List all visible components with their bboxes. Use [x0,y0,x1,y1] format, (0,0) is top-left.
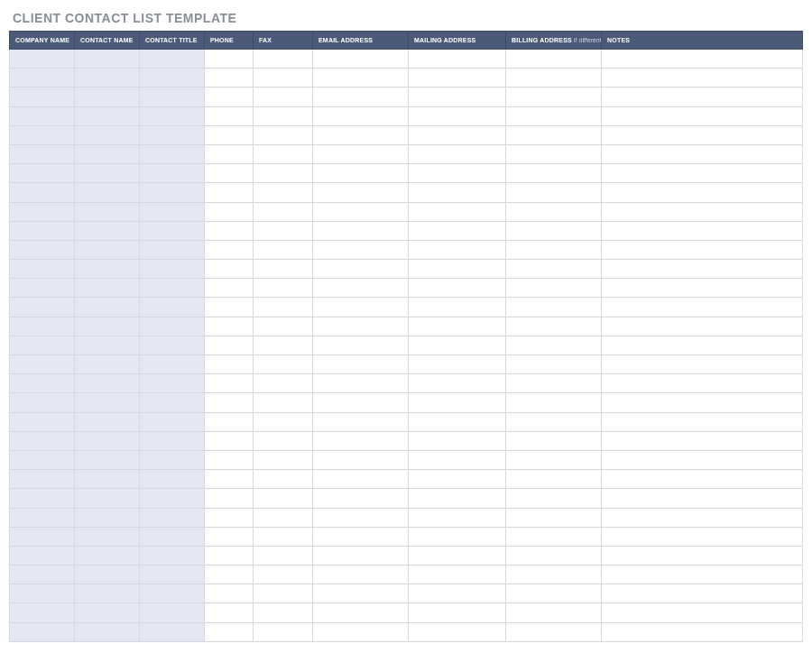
table-cell[interactable] [140,393,205,412]
table-cell[interactable] [254,260,313,279]
table-cell[interactable] [205,450,254,469]
table-cell[interactable] [10,279,75,298]
table-cell[interactable] [409,412,506,431]
table-cell[interactable] [75,183,140,202]
table-cell[interactable] [254,546,313,565]
table-cell[interactable] [409,260,506,279]
table-cell[interactable] [506,260,602,279]
table-cell[interactable] [409,603,506,622]
table-cell[interactable] [254,412,313,431]
table-cell[interactable] [10,69,75,87]
table-cell[interactable] [313,298,409,317]
table-cell[interactable] [506,412,602,431]
table-cell[interactable] [602,622,803,641]
table-cell[interactable] [205,125,254,144]
table-cell[interactable] [75,317,140,336]
table-cell[interactable] [254,164,313,183]
table-cell[interactable] [140,125,205,144]
table-cell[interactable] [409,240,506,259]
table-cell[interactable] [205,622,254,641]
table-cell[interactable] [602,450,803,469]
table-cell[interactable] [506,164,602,183]
table-cell[interactable] [140,317,205,336]
table-cell[interactable] [10,566,75,584]
table-cell[interactable] [602,144,803,163]
table-cell[interactable] [602,240,803,259]
table-cell[interactable] [506,298,602,317]
table-cell[interactable] [506,431,602,450]
table-cell[interactable] [205,164,254,183]
table-cell[interactable] [313,584,409,603]
table-cell[interactable] [140,298,205,317]
table-cell[interactable] [75,508,140,527]
table-cell[interactable] [205,221,254,240]
table-cell[interactable] [10,125,75,144]
table-cell[interactable] [140,336,205,354]
table-cell[interactable] [506,450,602,469]
table-cell[interactable] [205,183,254,202]
table-cell[interactable] [254,317,313,336]
table-cell[interactable] [409,336,506,354]
table-cell[interactable] [205,87,254,106]
table-cell[interactable] [254,50,313,69]
table-cell[interactable] [409,489,506,508]
table-cell[interactable] [254,221,313,240]
table-cell[interactable] [140,508,205,527]
table-cell[interactable] [10,622,75,641]
table-cell[interactable] [75,106,140,125]
table-cell[interactable] [254,202,313,221]
table-cell[interactable] [254,87,313,106]
table-cell[interactable] [205,566,254,584]
table-cell[interactable] [140,202,205,221]
table-cell[interactable] [506,279,602,298]
table-cell[interactable] [254,508,313,527]
table-cell[interactable] [75,125,140,144]
table-cell[interactable] [10,50,75,69]
table-cell[interactable] [602,603,803,622]
table-cell[interactable] [75,164,140,183]
table-cell[interactable] [602,546,803,565]
table-cell[interactable] [140,260,205,279]
table-cell[interactable] [205,279,254,298]
table-cell[interactable] [313,603,409,622]
table-cell[interactable] [506,183,602,202]
table-cell[interactable] [205,431,254,450]
table-cell[interactable] [506,240,602,259]
table-cell[interactable] [602,412,803,431]
table-cell[interactable] [409,431,506,450]
table-cell[interactable] [75,584,140,603]
table-cell[interactable] [140,622,205,641]
table-cell[interactable] [10,260,75,279]
table-cell[interactable] [140,164,205,183]
table-cell[interactable] [75,144,140,163]
table-cell[interactable] [140,527,205,546]
table-cell[interactable] [313,355,409,374]
table-cell[interactable] [602,106,803,125]
table-cell[interactable] [75,470,140,489]
table-cell[interactable] [409,566,506,584]
table-cell[interactable] [313,317,409,336]
table-cell[interactable] [10,393,75,412]
table-cell[interactable] [313,106,409,125]
table-cell[interactable] [254,431,313,450]
table-cell[interactable] [506,317,602,336]
table-cell[interactable] [506,603,602,622]
table-cell[interactable] [75,527,140,546]
table-cell[interactable] [506,87,602,106]
table-cell[interactable] [140,584,205,603]
table-cell[interactable] [10,584,75,603]
table-cell[interactable] [602,202,803,221]
table-cell[interactable] [602,298,803,317]
table-cell[interactable] [506,508,602,527]
table-cell[interactable] [75,489,140,508]
table-cell[interactable] [602,221,803,240]
table-cell[interactable] [75,622,140,641]
table-cell[interactable] [602,374,803,393]
table-cell[interactable] [409,393,506,412]
table-cell[interactable] [409,355,506,374]
table-cell[interactable] [409,298,506,317]
table-cell[interactable] [254,603,313,622]
table-cell[interactable] [75,87,140,106]
table-cell[interactable] [140,50,205,69]
table-cell[interactable] [140,546,205,565]
